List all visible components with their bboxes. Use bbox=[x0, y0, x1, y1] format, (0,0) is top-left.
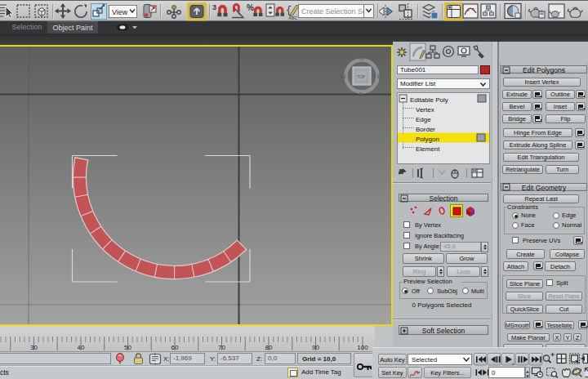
svg-text:Edge: Edge bbox=[416, 116, 431, 123]
svg-text:X:: X: bbox=[163, 355, 170, 363]
svg-text:Editable Poly: Editable Poly bbox=[410, 96, 448, 104]
svg-text:%: % bbox=[247, 3, 254, 12]
svg-text:90: 90 bbox=[312, 344, 319, 351]
svg-text:30: 30 bbox=[30, 344, 38, 351]
svg-text:Y:: Y: bbox=[210, 355, 216, 363]
svg-text:N: N bbox=[359, 56, 363, 61]
svg-text:Border: Border bbox=[416, 126, 435, 133]
svg-text:Polygon: Polygon bbox=[416, 136, 439, 143]
svg-text:TOP: TOP bbox=[358, 75, 366, 79]
svg-text:80: 80 bbox=[265, 344, 273, 351]
svg-text:40: 40 bbox=[78, 344, 85, 351]
svg-text:Element: Element bbox=[416, 145, 440, 153]
svg-text:W: W bbox=[341, 74, 346, 79]
svg-text:Vertex: Vertex bbox=[416, 106, 434, 114]
svg-text:S: S bbox=[359, 91, 363, 97]
svg-text:View: View bbox=[112, 8, 128, 16]
svg-text:Z:: Z: bbox=[256, 355, 262, 363]
svg-text:100: 100 bbox=[357, 344, 368, 351]
svg-text:70: 70 bbox=[218, 344, 225, 351]
svg-text:50: 50 bbox=[124, 344, 131, 351]
svg-text:3: 3 bbox=[212, 3, 216, 11]
svg-text:ABC: ABC bbox=[288, 16, 297, 20]
svg-text:E: E bbox=[377, 74, 381, 79]
svg-text:60: 60 bbox=[172, 344, 179, 351]
svg-text:Create Selection Se: Create Selection Se bbox=[301, 7, 367, 16]
